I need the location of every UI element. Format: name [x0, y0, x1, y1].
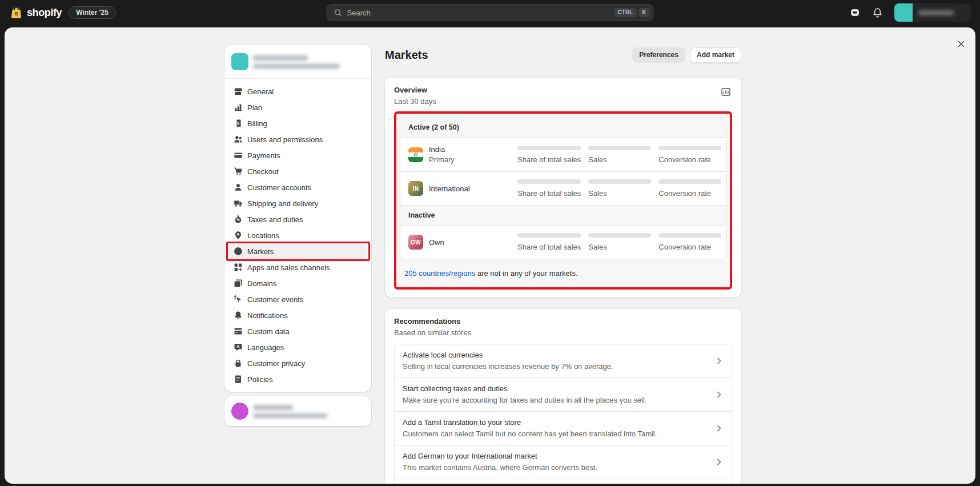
sidebar-item-checkout[interactable]: Checkout	[229, 163, 367, 179]
international-market-icon: IN	[408, 181, 423, 196]
cursor-icon	[234, 295, 243, 304]
recommendations-list: Activate local currencies Selling in loc…	[394, 344, 732, 484]
market-row-own[interactable]: OW Own Share of total sales Sales Conver…	[400, 225, 726, 259]
sidebar-item-general[interactable]: General	[229, 83, 367, 99]
sidebar-item-billing[interactable]: $ Billing	[229, 115, 367, 131]
user-card	[224, 396, 371, 426]
store-avatar	[231, 53, 248, 70]
market-name: Own	[429, 238, 444, 247]
payments-icon	[234, 151, 243, 160]
sidebar-item-policies[interactable]: Policies	[229, 371, 367, 387]
shopify-wordmark: shopify	[27, 7, 62, 19]
sidebar-item-locations[interactable]: Locations	[229, 227, 367, 243]
shopify-logo[interactable]: S shopify	[9, 6, 62, 20]
sidebar-item-taxes-and-duties[interactable]: % Taxes and duties	[229, 211, 367, 227]
sidebar-item-markets[interactable]: Markets	[229, 243, 367, 259]
recommendation-add-more-countries[interactable]: Add more countries/regions	[395, 479, 732, 484]
svg-text:A: A	[236, 344, 239, 348]
skeleton-bar	[658, 179, 721, 184]
close-icon[interactable]	[954, 37, 969, 53]
market-subtitle: Primary	[429, 155, 455, 164]
lock-icon	[234, 359, 243, 368]
billing-icon: $	[234, 119, 243, 128]
store-name-redacted	[913, 3, 971, 22]
globe-icon	[234, 247, 243, 256]
sidebar-item-custom-data[interactable]: Custom data	[229, 323, 367, 339]
checkout-cart-icon	[234, 167, 243, 176]
add-market-button[interactable]: Add market	[690, 47, 741, 63]
inactive-section-header: Inactive	[400, 205, 726, 225]
preferences-button[interactable]: Preferences	[632, 47, 685, 63]
users-icon	[234, 135, 243, 144]
sidebar-item-apps-and-sales-channels[interactable]: Apps and sales channels	[229, 259, 367, 275]
sidebar-item-payments[interactable]: Payments	[229, 147, 367, 163]
search-placeholder: Search	[347, 9, 371, 17]
plan-icon	[234, 103, 243, 112]
market-name: International	[429, 184, 470, 193]
sidebar-item-customer-accounts[interactable]: Customer accounts	[229, 179, 367, 195]
india-flag-icon	[408, 147, 423, 162]
shopify-bag-icon: S	[9, 6, 23, 20]
person-icon	[234, 183, 243, 192]
sidebar-item-customer-privacy[interactable]: Customer privacy	[229, 355, 367, 371]
document-icon	[234, 375, 243, 384]
view-report-icon[interactable]	[720, 86, 732, 98]
pin-icon	[234, 231, 243, 240]
bell-icon	[234, 311, 243, 320]
recommendation-collect-taxes-duties[interactable]: Start collecting taxes and duties Make s…	[395, 377, 732, 411]
account-menu[interactable]	[894, 3, 971, 22]
user-info-redacted	[253, 405, 327, 418]
chevron-right-icon	[714, 390, 724, 399]
recommendations-subtitle: Based on similar stores	[394, 328, 732, 337]
own-market-icon: OW	[408, 235, 423, 250]
sidebar-panel: General Plan $ Billing Users and per	[224, 45, 371, 392]
recommendation-add-german[interactable]: Add German to your International market …	[395, 445, 732, 479]
sidebar-item-shipping-and-delivery[interactable]: Shipping and delivery	[229, 195, 367, 211]
settings-modal: General Plan $ Billing Users and per	[5, 27, 975, 484]
skeleton-bar	[517, 233, 581, 238]
sidebar-item-plan[interactable]: Plan	[229, 99, 367, 115]
page-header: Markets Preferences Add market	[385, 47, 741, 63]
search-shortcut: CTRL K	[614, 8, 650, 17]
store-icon	[234, 87, 243, 96]
sidekick-icon[interactable]	[849, 7, 861, 18]
markets-page: Markets Preferences Add market Overview …	[385, 45, 741, 484]
markets-footer: 205 countries/regions are not in any of …	[400, 259, 726, 284]
search-input[interactable]: Search CTRL K	[327, 4, 654, 21]
topbar-left: S shopify Winter '25	[9, 6, 116, 20]
apps-grid-icon	[234, 263, 243, 272]
page-title: Markets	[385, 49, 428, 62]
overview-card: Overview Last 30 days Active (2 o	[385, 78, 741, 298]
notifications-bell-icon[interactable]	[872, 7, 883, 18]
screen: S shopify Winter '25 Search CTRL K	[0, 0, 980, 486]
skeleton-bar	[588, 179, 651, 184]
user-avatar	[231, 403, 248, 420]
skeleton-bar	[658, 146, 721, 150]
recommendations-title: Recommendations	[394, 317, 732, 326]
market-row-international[interactable]: IN International Share of total sales Sa…	[400, 171, 726, 205]
skeleton-bar	[517, 146, 581, 150]
markets-footer-text: are not in any of your markets.	[477, 269, 578, 278]
sidebar-item-notifications[interactable]: Notifications	[229, 307, 367, 323]
chevron-right-icon	[714, 424, 724, 433]
sidebar-item-domains[interactable]: Domains	[229, 275, 367, 291]
winter-25-badge: Winter '25	[69, 6, 116, 19]
k-key-badge: K	[638, 8, 649, 17]
truck-icon	[234, 199, 243, 208]
markets-list: Active (2 of 50) India	[400, 117, 726, 259]
store-header	[224, 45, 371, 79]
market-name: India	[429, 145, 455, 154]
market-row-india[interactable]: India Primary Share of total sales Sales…	[400, 137, 726, 171]
sidebar-item-customer-events[interactable]: Customer events	[229, 291, 367, 307]
sidebar-item-users-and-permissions[interactable]: Users and permissions	[229, 131, 367, 147]
translate-icon: A	[234, 343, 243, 352]
database-icon	[234, 327, 243, 336]
overview-subtitle: Last 30 days	[394, 97, 436, 106]
topbar: S shopify Winter '25 Search CTRL K	[0, 0, 980, 25]
countries-regions-link[interactable]: 205 countries/regions	[404, 269, 475, 278]
topbar-right	[849, 3, 971, 22]
svg-text:%: %	[236, 218, 240, 222]
recommendation-add-tamil-translation[interactable]: Add a Tamil translation to your store Cu…	[395, 411, 732, 445]
sidebar-item-languages[interactable]: A Languages	[229, 339, 367, 355]
recommendation-activate-local-currencies[interactable]: Activate local currencies Selling in loc…	[395, 344, 732, 377]
